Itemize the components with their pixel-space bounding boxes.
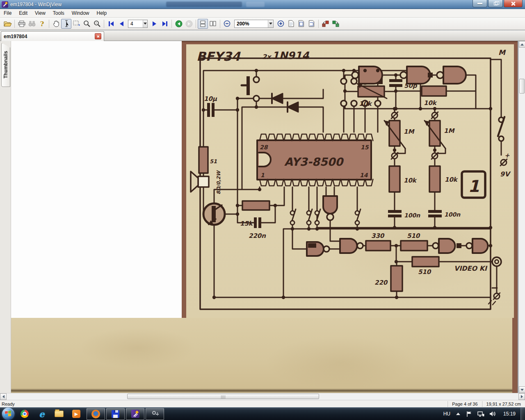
windows-logo-icon — [5, 411, 11, 417]
svg-text:2x: 2x — [262, 53, 272, 61]
fit-width-icon — [298, 20, 304, 27]
horizontal-scrollbar[interactable] — [0, 393, 525, 400]
fit-page-button[interactable] — [306, 19, 317, 29]
help-button[interactable]: ? — [37, 19, 47, 29]
page-bottom-margin[interactable] — [11, 318, 518, 393]
actual-size-button[interactable] — [286, 19, 296, 29]
folder-icon — [55, 411, 64, 417]
print-icon — [18, 21, 25, 27]
zoom-in-icon — [277, 20, 284, 27]
thumb-grip — [221, 395, 225, 399]
magnifier-icon — [83, 20, 90, 27]
vertical-scroll-thumb[interactable] — [519, 79, 525, 94]
tab-close-button[interactable] — [95, 33, 101, 39]
thumbnails-tab[interactable]: Thumbnails — [1, 43, 10, 87]
page-number-input[interactable] — [128, 21, 143, 27]
arrow-up-icon — [520, 43, 524, 46]
taskbar-explorer[interactable] — [52, 408, 66, 420]
zoom-in-button[interactable] — [276, 19, 286, 29]
select-tool-button[interactable] — [61, 19, 71, 29]
find-button[interactable] — [27, 19, 37, 29]
svg-text:220n: 220n — [249, 232, 266, 240]
menu-bar: File Edit View Tools Window Help — [0, 9, 525, 18]
fit-width-button[interactable] — [296, 19, 306, 29]
arrow-right-icon — [521, 395, 523, 398]
menu-help[interactable]: Help — [93, 9, 111, 17]
close-button[interactable] — [504, 0, 523, 7]
taskbar: e ▶ HU 15:19 — [0, 407, 525, 420]
scroll-down-button[interactable] — [519, 386, 525, 393]
zoom-combo-dropdown[interactable] — [268, 20, 273, 27]
pan-tool-button[interactable] — [51, 19, 61, 29]
svg-text:15k: 15k — [240, 220, 254, 227]
forward-button[interactable] — [184, 19, 194, 29]
document-tab[interactable]: em197804 — [1, 31, 104, 41]
menu-window[interactable]: Window — [68, 9, 93, 17]
page-number-combo[interactable] — [128, 20, 148, 28]
taskbar-firefox[interactable] — [87, 408, 105, 420]
menu-view[interactable]: View — [31, 9, 49, 17]
next-page-icon — [152, 21, 157, 27]
next-page-button[interactable] — [149, 19, 160, 29]
rotate-right-button[interactable] — [331, 19, 341, 29]
action-center-flag-icon[interactable] — [466, 411, 472, 417]
taskbar-media-player[interactable]: ▶ — [69, 408, 83, 420]
single-page-layout-button[interactable] — [198, 19, 208, 29]
scroll-right-button[interactable] — [518, 393, 525, 400]
taskbar-windjview[interactable] — [126, 408, 144, 420]
svg-text:1: 1 — [468, 177, 479, 196]
menu-tools[interactable]: Tools — [49, 9, 68, 17]
zoom-tool-button[interactable] — [82, 19, 92, 29]
title-bar[interactable]: em197804 - WinDjView — [0, 0, 525, 9]
menu-file[interactable]: File — [0, 9, 15, 17]
show-hidden-icons-button[interactable] — [456, 413, 460, 415]
back-button[interactable] — [173, 19, 184, 29]
vertical-scrollbar[interactable] — [518, 41, 525, 393]
clock[interactable]: 15:19 — [503, 411, 516, 417]
document-view[interactable]: Thumbnails — [0, 41, 525, 393]
taskbar-save-app[interactable] — [106, 408, 125, 420]
close-icon — [511, 1, 516, 6]
facing-pages-layout-button[interactable] — [208, 19, 218, 29]
first-page-button[interactable] — [106, 19, 116, 29]
last-page-button[interactable] — [160, 19, 170, 29]
single-page-icon — [200, 21, 206, 27]
window-title: em197804 - WinDjView — [10, 2, 62, 7]
open-button[interactable] — [2, 19, 13, 29]
show-desktop-button[interactable] — [520, 408, 525, 420]
circuit-schematic: BFY342x1N914M10µ518Ω/0,2W15k220n50p10k10… — [182, 41, 518, 318]
page-schematic-area[interactable]: BFY342x1N914M10µ518Ω/0,2W15k220n50p10k10… — [182, 41, 518, 318]
scroll-up-button[interactable] — [519, 41, 525, 48]
windjview-app-icon[interactable] — [2, 1, 8, 8]
volume-icon[interactable] — [489, 411, 496, 417]
zoom-out-button[interactable] — [222, 19, 232, 29]
previous-page-button[interactable] — [116, 19, 126, 29]
svg-text:51: 51 — [210, 158, 217, 164]
svg-text:510: 510 — [407, 232, 420, 240]
zoom-input[interactable] — [235, 21, 268, 27]
horizontal-scroll-thumb[interactable] — [127, 394, 319, 399]
menu-edit[interactable]: Edit — [15, 9, 31, 17]
zoom-select-button[interactable] — [92, 19, 102, 29]
page-blank-area[interactable] — [11, 41, 182, 318]
network-icon[interactable] — [477, 411, 484, 417]
firefox-icon — [91, 410, 100, 418]
taskbar-internet-explorer[interactable]: e — [35, 408, 49, 420]
last-page-icon — [162, 21, 168, 27]
minimize-button[interactable] — [472, 0, 487, 7]
restore-button[interactable] — [488, 0, 503, 7]
svg-text:100n: 100n — [444, 211, 461, 218]
rotate-left-button[interactable] — [320, 19, 331, 29]
svg-text:510: 510 — [418, 268, 431, 276]
svg-text:+: + — [504, 152, 510, 159]
scroll-left-button[interactable] — [0, 393, 7, 400]
page-combo-dropdown[interactable] — [143, 20, 147, 27]
taskbar-device-app[interactable] — [146, 408, 164, 420]
rect-select-button[interactable] — [71, 19, 82, 29]
titlebar-ghost-artifact — [166, 2, 242, 7]
start-button[interactable] — [2, 408, 14, 420]
language-indicator[interactable]: HU — [443, 411, 450, 417]
print-button[interactable] — [16, 19, 27, 29]
taskbar-chrome[interactable] — [18, 408, 32, 420]
zoom-combo[interactable] — [234, 20, 274, 28]
